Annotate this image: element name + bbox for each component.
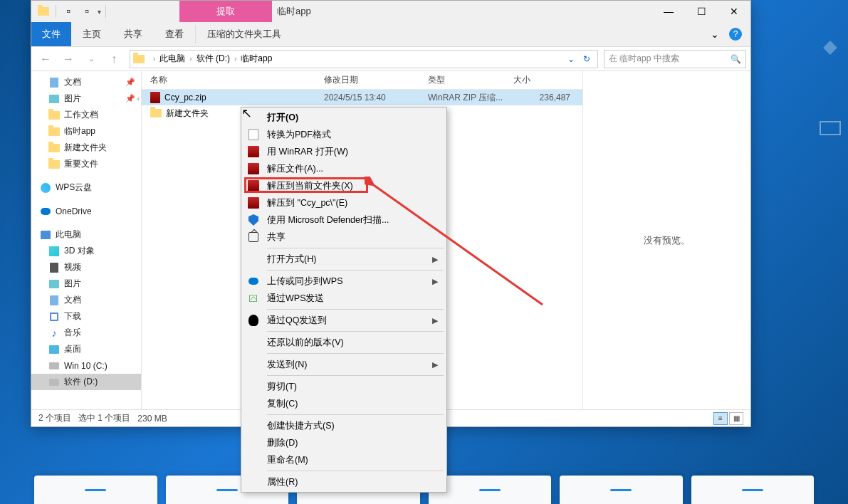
ctx-open[interactable]: 打开(O) [243, 109, 445, 126]
taskbar-card[interactable] [691, 476, 815, 504]
winrar-icon [247, 145, 260, 158]
winrar-icon [247, 196, 260, 209]
sidebar-item-onedrive[interactable]: OneDrive [31, 203, 141, 219]
titlebar: ▫ ▫ ▾ 提取 临时app — ☐ ✕ 文件 主页 共享 查看 压缩的文件夹工… [31, 1, 750, 47]
ctx-share[interactable]: 共享 [243, 229, 445, 246]
context-menu: 打开(O) 转换为PDF格式 用 WinRAR 打开(W) 解压文件(A)...… [241, 107, 447, 493]
minimize-button[interactable]: — [652, 1, 685, 22]
back-button[interactable]: ← [36, 50, 56, 68]
sidebar-item-desktop[interactable]: 桌面 [31, 341, 141, 357]
ctx-cut[interactable]: 剪切(T) [243, 378, 445, 395]
ctx-open-with[interactable]: 打开方式(H)▶ [243, 251, 445, 268]
pin-icon: 📌 [125, 78, 135, 87]
submenu-arrow-icon: ▶ [432, 277, 438, 286]
ctx-prev-versions[interactable]: 还原以前的版本(V) [243, 334, 445, 351]
sidebar-item-3d[interactable]: 3D 对象 [31, 243, 141, 259]
column-headers: 名称 修改日期 类型 大小 [142, 71, 582, 90]
sidebar-item[interactable]: 临时app [31, 123, 141, 140]
column-size[interactable]: 大小 [513, 74, 570, 86]
winrar-icon [247, 179, 260, 192]
breadcrumb-part[interactable]: 临时app [241, 53, 272, 65]
ctx-wps-upload[interactable]: 上传或同步到WPS▶ [243, 273, 445, 290]
send-icon: ⮹ [247, 292, 260, 305]
ctx-winrar-open[interactable]: 用 WinRAR 打开(W) [243, 143, 445, 160]
ctx-shortcut[interactable]: 创建快捷方式(S) [243, 417, 445, 434]
maximize-button[interactable]: ☐ [685, 1, 718, 22]
qq-icon [247, 314, 260, 327]
search-input[interactable]: 在 临时app 中搜索 🔍 [604, 50, 746, 68]
breadcrumb[interactable]: › 此电脑 › 软件 (D:) › 临时app ⌄ ↻ [130, 50, 598, 68]
status-size: 230 MB [137, 414, 167, 424]
preview-pane: 没有预览。 [582, 71, 750, 409]
ribbon-expand-icon[interactable]: ⌄ [708, 27, 722, 41]
sidebar-item[interactable]: 新建文件夹 [31, 140, 141, 156]
sidebar-item-drive-c[interactable]: Win 10 (C:) [31, 357, 141, 374]
refresh-icon[interactable]: ↻ [579, 54, 595, 64]
help-icon[interactable]: ? [729, 28, 742, 41]
up-button[interactable]: ↑ [104, 50, 124, 68]
view-details-button[interactable]: ≡ [713, 412, 728, 425]
ctx-send-to[interactable]: 发送到(N)▶ [243, 356, 445, 373]
column-name[interactable]: 名称 [142, 74, 324, 86]
ctx-properties[interactable]: 属性(R) [243, 473, 445, 490]
ctx-pdf[interactable]: 转换为PDF格式 [243, 126, 445, 143]
qat-dropdown[interactable]: ▾ [98, 8, 101, 16]
folder-icon [133, 55, 145, 63]
sidebar-item-downloads[interactable]: 下载 [31, 308, 141, 325]
sidebar-item-videos[interactable]: 视频 [31, 259, 141, 275]
sidebar-item-wps[interactable]: WPS云盘 [31, 179, 141, 196]
zip-icon [150, 92, 160, 103]
sidebar-item-pictures[interactable]: 图片 [31, 275, 141, 292]
contextual-tab-header: 提取 [179, 1, 272, 22]
pin-icon: 📌 [125, 94, 135, 103]
sidebar-item-thispc[interactable]: 此电脑 [31, 226, 141, 243]
taskbar-card[interactable] [34, 476, 157, 504]
ctx-rename[interactable]: 重命名(M) [243, 451, 445, 468]
share-icon [247, 231, 260, 243]
ctx-extract-files[interactable]: 解压文件(A)... [243, 160, 445, 177]
tab-home[interactable]: 主页 [71, 22, 112, 46]
view-icons-button[interactable]: ▦ [729, 412, 743, 425]
defender-icon [247, 214, 260, 226]
sidebar-item[interactable]: 重要文件 [31, 156, 141, 172]
status-item-count: 2 个项目 [38, 412, 71, 424]
tab-file[interactable]: 文件 [31, 22, 71, 46]
column-date[interactable]: 修改日期 [324, 74, 428, 86]
recent-dropdown[interactable]: ⌄ [81, 50, 101, 68]
tab-view[interactable]: 查看 [154, 22, 195, 46]
sidebar-item-documents[interactable]: 文档 [31, 292, 141, 308]
close-button[interactable]: ✕ [718, 1, 750, 22]
file-row[interactable]: Ccy_pc.zip 2024/5/15 13:40 WinRAR ZIP 压缩… [142, 90, 582, 105]
qat-button[interactable]: ▫ [61, 4, 76, 19]
sidebar-item-music[interactable]: ♪音乐 [31, 325, 141, 341]
ctx-extract-to[interactable]: 解压到 "Ccy_pc\"(E) [243, 194, 445, 211]
ctx-delete[interactable]: 删除(D) [243, 434, 445, 451]
breadcrumb-part[interactable]: 此电脑 [159, 53, 185, 65]
folder-icon [150, 109, 162, 117]
breadcrumb-part[interactable]: 软件 (D:) [197, 53, 230, 65]
submenu-arrow-icon: ▶ [432, 316, 438, 325]
ctx-wps-send[interactable]: ⮹通过WPS发送 [243, 290, 445, 307]
tab-compressed-tools[interactable]: 压缩的文件夹工具 [196, 22, 293, 46]
tab-share[interactable]: 共享 [112, 22, 154, 46]
ctx-defender[interactable]: 使用 Microsoft Defender扫描... [243, 211, 445, 229]
folder-icon [36, 4, 51, 19]
sidebar-item-drive-d[interactable]: 软件 (D:) [31, 374, 141, 390]
taskbar-card[interactable] [560, 476, 683, 504]
navigation-bar: ← → ⌄ ↑ › 此电脑 › 软件 (D:) › 临时app ⌄ ↻ 在 临时… [31, 47, 750, 71]
navigation-pane: 文档📌 图片📌‹ 工作文档 临时app 新建文件夹 重要文件 WPS云盘 One… [31, 71, 142, 409]
column-type[interactable]: 类型 [428, 74, 513, 86]
ctx-qq-send[interactable]: 通过QQ发送到▶ [243, 312, 445, 329]
ctx-extract-here[interactable]: 解压到当前文件夹(X) [243, 177, 445, 194]
dropdown-icon[interactable]: ⌄ [563, 54, 579, 64]
search-icon[interactable]: 🔍 [731, 54, 741, 64]
pdf-icon [247, 128, 260, 141]
cloud-icon [247, 275, 260, 288]
forward-button[interactable]: → [58, 50, 78, 68]
qat-button[interactable]: ▫ [79, 4, 95, 19]
sidebar-item-pictures[interactable]: 图片📌‹ [31, 90, 141, 107]
winrar-icon [247, 162, 260, 175]
ctx-copy[interactable]: 复制(C) [243, 395, 445, 412]
sidebar-item[interactable]: 工作文档 [31, 107, 141, 123]
sidebar-item-documents[interactable]: 文档📌 [31, 74, 141, 90]
